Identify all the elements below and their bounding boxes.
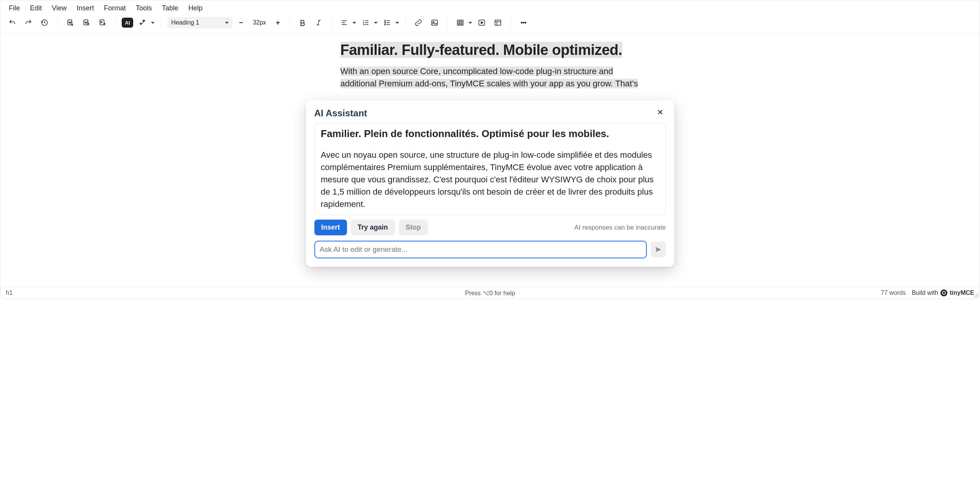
redo-button[interactable] [22, 16, 35, 29]
ai-assistant-dialog: AI Assistant Familier. Plein de fonction… [306, 100, 674, 267]
chevron-down-icon [352, 19, 356, 26]
font-size-increase-button[interactable]: + [273, 17, 283, 28]
link-button[interactable] [412, 16, 425, 29]
close-button[interactable] [654, 107, 666, 119]
menu-table[interactable]: Table [162, 4, 178, 12]
svg-point-4 [385, 22, 386, 23]
menu-edit[interactable]: Edit [30, 4, 42, 12]
menu-help[interactable]: Help [188, 4, 203, 12]
heading-text: Familiar. Fully-featured. Mobile optimiz… [340, 42, 622, 58]
paragraph-line: With an open source Core, uncomplicated … [340, 66, 613, 76]
menu-file[interactable]: File [9, 4, 20, 12]
branding-link[interactable]: Build with tinyMCE [912, 289, 974, 296]
import-word-button[interactable] [64, 16, 77, 29]
document-heading[interactable]: Familiar. Fully-featured. Mobile optimiz… [340, 42, 640, 58]
statusbar: h1 Press ⌥0 for help 77 words Build with… [0, 287, 980, 299]
svg-point-12 [523, 22, 524, 23]
ai-result-area[interactable]: Familier. Plein de fonctionnalités. Opti… [314, 123, 666, 215]
try-again-button[interactable]: Try again [351, 220, 395, 235]
magic-wand-icon [136, 16, 149, 29]
numbered-list-split-button[interactable] [359, 16, 378, 29]
ai-result-heading: Familier. Plein de fonctionnalités. Opti… [321, 128, 659, 140]
editor-body[interactable]: Familiar. Fully-featured. Mobile optimiz… [0, 33, 980, 287]
menu-tools[interactable]: Tools [136, 4, 152, 12]
insert-button[interactable]: Insert [314, 220, 347, 235]
svg-rect-6 [432, 20, 438, 25]
paragraph-line: additional Premium add-ons, TinyMCE scal… [340, 79, 638, 88]
menu-format[interactable]: Format [104, 4, 126, 12]
svg-point-13 [525, 22, 526, 23]
separator [161, 17, 161, 28]
numbered-list-icon [359, 16, 372, 29]
document-paragraph[interactable]: With an open source Core, uncomplicated … [340, 65, 640, 90]
send-button[interactable] [651, 242, 666, 257]
separator [289, 17, 290, 28]
stop-button[interactable]: Stop [399, 220, 428, 235]
menu-insert[interactable]: Insert [77, 4, 94, 12]
help-hint: Press ⌥0 for help [465, 289, 515, 297]
svg-rect-10 [495, 20, 501, 25]
media-button[interactable] [475, 16, 488, 29]
ai-result-paragraph: Avec un noyau open source, une structure… [321, 149, 659, 210]
brand-name: tinyMCE [950, 289, 974, 296]
undo-button[interactable] [6, 16, 19, 29]
word-count[interactable]: 77 words [881, 289, 906, 296]
block-format-select[interactable]: Heading 1 [167, 17, 233, 28]
align-icon [338, 16, 351, 29]
block-format-label: Heading 1 [171, 19, 199, 26]
brand-prefix: Build with [912, 289, 938, 296]
chevron-down-icon [374, 19, 378, 26]
dialog-title: AI Assistant [314, 108, 367, 119]
table-icon [454, 16, 467, 29]
ai-disclaimer: AI responses can be inaccurate [574, 224, 666, 231]
close-icon [657, 109, 664, 116]
template-button[interactable] [491, 16, 504, 29]
ai-shortcuts-split-button[interactable] [136, 16, 155, 29]
chevron-down-icon [225, 19, 229, 26]
separator [405, 17, 406, 28]
italic-button[interactable] [312, 16, 325, 29]
separator [57, 17, 58, 28]
svg-rect-8 [458, 20, 463, 25]
editor-app: File Edit View Insert Format Tools Table… [0, 0, 980, 299]
bullet-list-icon [381, 16, 394, 29]
table-split-button[interactable] [454, 16, 472, 29]
element-path[interactable]: h1 [6, 289, 13, 296]
menu-view[interactable]: View [52, 4, 67, 12]
toolbar: AI Heading 1 − 32px + [0, 14, 980, 33]
ai-prompt-input[interactable] [314, 241, 647, 258]
chevron-down-icon [151, 19, 155, 26]
ai-assistant-button[interactable]: AI [122, 18, 133, 28]
bold-button[interactable] [296, 16, 309, 29]
chevron-down-icon [395, 19, 399, 26]
revision-history-button[interactable] [38, 16, 51, 29]
font-size-decrease-button[interactable]: − [236, 17, 246, 28]
image-button[interactable] [428, 16, 441, 29]
prompt-row [314, 241, 666, 258]
align-split-button[interactable] [338, 16, 356, 29]
export-pdf-button[interactable] [96, 16, 109, 29]
document-content: Familiar. Fully-featured. Mobile optimiz… [337, 42, 644, 90]
resize-handle[interactable] [973, 293, 979, 298]
svg-point-11 [521, 22, 522, 23]
dialog-header: AI Assistant [314, 107, 666, 119]
font-size-stepper: − 32px + [236, 17, 283, 28]
overflow-menu-button[interactable] [517, 16, 530, 29]
send-icon [654, 246, 662, 253]
bullet-list-split-button[interactable] [381, 16, 399, 29]
svg-point-3 [385, 20, 386, 21]
dialog-actions: Insert Try again Stop AI responses can b… [314, 220, 666, 235]
export-word-button[interactable] [80, 16, 93, 29]
menubar: File Edit View Insert Format Tools Table… [0, 0, 980, 14]
tinymce-logo-icon [940, 289, 947, 296]
font-size-value[interactable]: 32px [249, 19, 270, 26]
svg-point-5 [385, 24, 386, 25]
chevron-down-icon [468, 19, 472, 26]
separator [447, 17, 448, 28]
separator [511, 17, 511, 28]
separator [115, 17, 116, 28]
separator [331, 17, 332, 28]
